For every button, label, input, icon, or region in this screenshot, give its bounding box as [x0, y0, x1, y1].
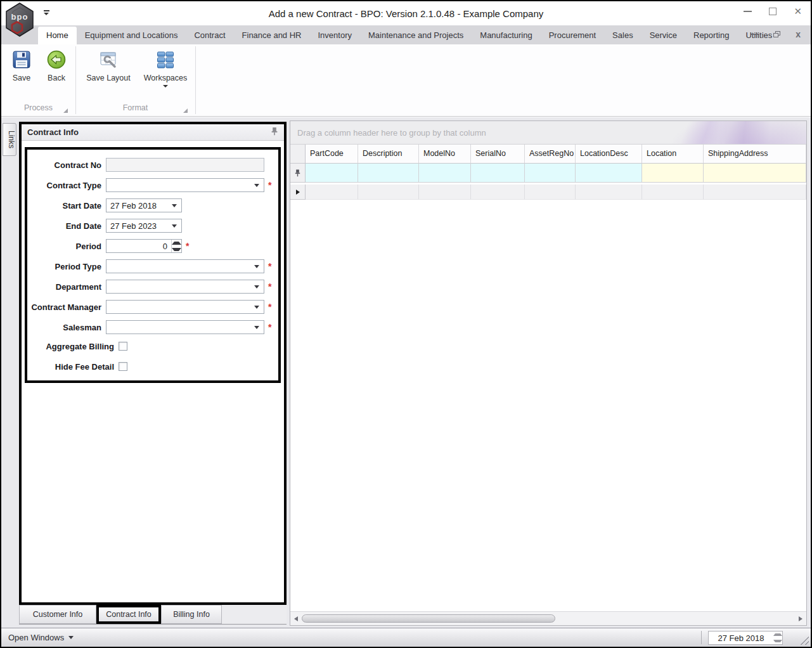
- filter-cell-assetregno[interactable]: [525, 164, 576, 183]
- contract-manager-dropdown[interactable]: [106, 300, 264, 314]
- ribbon-tab-maintenance-and-projects[interactable]: Maintenance and Projects: [360, 27, 472, 44]
- ribbon-tab-procurement[interactable]: Procurement: [541, 27, 604, 44]
- table-wrench-icon: [98, 49, 119, 70]
- filter-cell-location[interactable]: [642, 164, 704, 183]
- spin-up-icon[interactable]: [172, 240, 181, 246]
- end-date-picker[interactable]: 27 Feb 2023: [106, 219, 182, 233]
- pin-icon[interactable]: [271, 127, 278, 138]
- quick-access-dropdown-icon[interactable]: [43, 10, 49, 15]
- end-date-row: End Date 27 Feb 2023: [30, 219, 273, 233]
- scrollbar-thumb[interactable]: [302, 614, 555, 623]
- tab-billing-info[interactable]: Billing Info: [161, 605, 222, 624]
- column-header-assetregno[interactable]: AssetRegNo: [525, 145, 576, 164]
- filter-cell-locationdesc[interactable]: [576, 164, 642, 183]
- save-layout-button[interactable]: Save Layout: [81, 49, 136, 82]
- child-restore-icon[interactable]: [773, 31, 780, 37]
- child-close-icon[interactable]: x: [796, 30, 801, 38]
- grid-filter-row: [290, 164, 806, 183]
- column-header-serialno[interactable]: SerialNo: [471, 145, 525, 164]
- chevron-down-icon[interactable]: [254, 326, 259, 329]
- period-spinner[interactable]: 0: [106, 239, 182, 253]
- column-header-locationdesc[interactable]: LocationDesc: [576, 145, 642, 164]
- ribbon-group-separator: [195, 46, 196, 114]
- group-by-bar[interactable]: Drag a column header here to group by th…: [290, 121, 806, 145]
- workspaces-button[interactable]: Workspaces: [138, 49, 193, 87]
- grid-new-row[interactable]: [290, 185, 806, 200]
- ribbon-tab-service[interactable]: Service: [641, 27, 685, 44]
- filter-cell-description[interactable]: [358, 164, 419, 183]
- contract-type-label: Contract Type: [30, 181, 106, 190]
- resize-grip[interactable]: [800, 636, 809, 645]
- column-header-location[interactable]: Location: [642, 145, 704, 164]
- required-marker: *: [268, 282, 271, 292]
- status-bar: Open Windows 27 Feb 2018: [1, 628, 811, 647]
- required-marker: *: [268, 322, 271, 332]
- ribbon-tab-sales[interactable]: Sales: [604, 27, 641, 44]
- filter-cell-serialno[interactable]: [471, 164, 525, 183]
- cell-modelno[interactable]: [419, 185, 471, 200]
- hide-fee-detail-checkbox[interactable]: [119, 362, 127, 371]
- scroll-left-icon[interactable]: [294, 616, 298, 621]
- close-icon[interactable]: ✕: [794, 7, 802, 16]
- statusbar-date-spinner[interactable]: 27 Feb 2018: [708, 631, 783, 645]
- cell-locationdesc[interactable]: [576, 185, 642, 200]
- department-dropdown[interactable]: [106, 280, 264, 294]
- ribbon-tab-contract[interactable]: Contract: [186, 27, 233, 44]
- child-minimize-icon[interactable]: [751, 34, 758, 35]
- filter-row-indicator: [290, 164, 306, 183]
- filter-cell-partcode[interactable]: [306, 164, 358, 183]
- save-button[interactable]: Save: [6, 49, 37, 82]
- salesman-dropdown[interactable]: [106, 320, 264, 334]
- grid-header-row: PartCode Description ModelNo SerialNo As…: [290, 145, 806, 164]
- filter-cell-modelno[interactable]: [419, 164, 471, 183]
- cell-location[interactable]: [642, 185, 704, 200]
- spin-down-icon[interactable]: [172, 246, 181, 252]
- column-header-description[interactable]: Description: [358, 145, 419, 164]
- minimize-icon[interactable]: [744, 11, 752, 12]
- salesman-label: Salesman: [30, 323, 106, 332]
- period-type-dropdown[interactable]: [106, 259, 264, 273]
- cell-partcode[interactable]: [306, 185, 358, 200]
- column-header-modelno[interactable]: ModelNo: [419, 145, 471, 164]
- aggregate-billing-checkbox[interactable]: [119, 342, 127, 351]
- date-spin-down-icon[interactable]: [773, 638, 782, 644]
- tab-customer-info[interactable]: Customer Info: [19, 605, 96, 624]
- cell-assetregno[interactable]: [525, 185, 576, 200]
- panel-tab-strip: Customer Info Contract Info Billing Info: [19, 605, 287, 625]
- column-header-partcode[interactable]: PartCode: [306, 145, 358, 164]
- filter-cell-shippingaddress[interactable]: [704, 164, 806, 183]
- chevron-down-icon[interactable]: [254, 306, 259, 309]
- chevron-down-icon[interactable]: [172, 204, 177, 207]
- tab-contract-info[interactable]: Contract Info: [96, 605, 161, 624]
- cell-shippingaddress[interactable]: [704, 185, 806, 200]
- ribbon-tab-manufacturing[interactable]: Manufacturing: [472, 27, 540, 44]
- links-sidebar-tab[interactable]: Links: [3, 123, 16, 156]
- date-spin-up-icon[interactable]: [773, 632, 782, 638]
- svg-text:bpo: bpo: [11, 12, 29, 22]
- start-date-picker[interactable]: 27 Feb 2018: [106, 198, 182, 212]
- open-windows-menu[interactable]: Open Windows: [8, 633, 74, 642]
- chevron-down-icon[interactable]: [172, 224, 177, 228]
- cell-serialno[interactable]: [471, 185, 525, 200]
- chevron-down-icon[interactable]: [254, 285, 259, 288]
- ribbon-tab-reporting[interactable]: Reporting: [685, 27, 737, 44]
- process-dialog-launcher-icon[interactable]: [63, 108, 68, 113]
- ribbon-tab-equipment-and-locations[interactable]: Equipment and Locations: [77, 27, 186, 44]
- contract-info-panel-header: Contract Info: [22, 124, 284, 141]
- ribbon-tab-home[interactable]: Home: [38, 27, 77, 44]
- scroll-right-icon[interactable]: [799, 616, 802, 621]
- cell-description[interactable]: [358, 185, 419, 200]
- chevron-down-icon[interactable]: [254, 184, 259, 187]
- chevron-down-icon[interactable]: [254, 265, 259, 268]
- ribbon-tab-finance-and-hr[interactable]: Finance and HR: [234, 27, 310, 44]
- maximize-icon[interactable]: [769, 8, 777, 15]
- start-date-label: Start Date: [30, 201, 106, 211]
- format-dialog-launcher-icon[interactable]: [183, 108, 188, 113]
- department-label: Department: [30, 282, 106, 292]
- contract-type-dropdown[interactable]: [106, 178, 264, 192]
- ribbon: Save Back Save Layout: [1, 44, 811, 117]
- ribbon-tab-inventory[interactable]: Inventory: [310, 27, 360, 44]
- horizontal-scrollbar[interactable]: [290, 611, 806, 625]
- column-header-shippingaddress[interactable]: ShippingAddress: [704, 145, 806, 164]
- back-button[interactable]: Back: [39, 49, 74, 82]
